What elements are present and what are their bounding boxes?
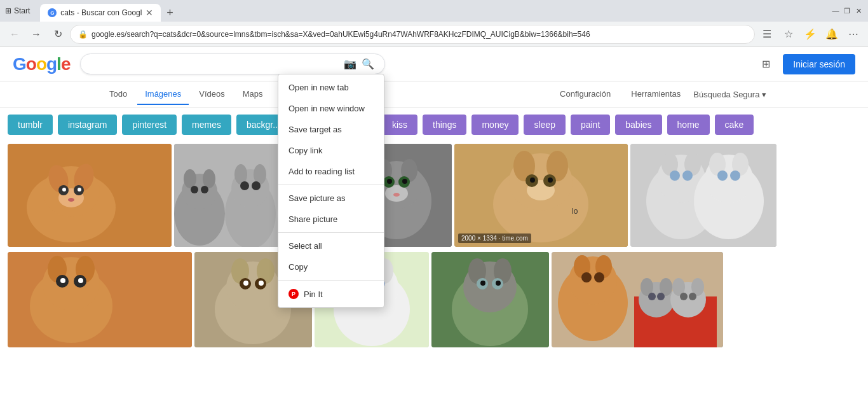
back-button[interactable]: ← xyxy=(5,25,24,44)
pill-money[interactable]: money xyxy=(471,115,519,135)
svg-point-17 xyxy=(201,186,208,193)
svg-text:lo: lo xyxy=(572,207,578,216)
svg-point-8 xyxy=(62,188,66,192)
image-4-label: 2000 × 1334 · time.com xyxy=(458,233,531,243)
context-menu-item-open-new-tab[interactable]: Open in new tab xyxy=(278,77,384,98)
nav-item-maps[interactable]: Maps xyxy=(235,84,271,105)
forward-button[interactable]: → xyxy=(27,25,46,44)
search-box[interactable]: cats 📷 🔍 xyxy=(80,53,385,74)
more-button[interactable]: ⋯ xyxy=(844,25,863,44)
pill-pinterest[interactable]: pinterest xyxy=(122,115,177,135)
context-menu: Open in new tab Open in new window Save … xyxy=(278,74,384,308)
svg-point-39 xyxy=(402,179,407,184)
svg-point-72 xyxy=(60,278,65,283)
svg-point-40 xyxy=(393,193,400,197)
cat-image-10-svg xyxy=(552,252,723,347)
search-icon[interactable]: 🔍 xyxy=(362,58,374,70)
nav-item-herramientas[interactable]: Herramientas xyxy=(623,84,688,105)
pill-things[interactable]: things xyxy=(423,115,466,135)
nav-item-videos[interactable]: Vídeos xyxy=(191,84,232,105)
context-menu-item-add-reading-list[interactable]: Add to reading list xyxy=(278,161,384,182)
nav-item-configuracion[interactable]: Configuración xyxy=(552,84,618,105)
google-header: Google cats 📷 🔍 ⊞ Iniciar sesión xyxy=(0,47,868,81)
context-menu-divider-3 xyxy=(278,280,384,281)
cat-image-10[interactable] xyxy=(552,252,723,347)
svg-point-100 xyxy=(496,281,501,286)
cat-image-6[interactable] xyxy=(8,252,192,347)
context-menu-item-copy[interactable]: Copy xyxy=(278,256,384,277)
cat-image-4[interactable]: lo 2000 × 1334 · time.com xyxy=(454,144,628,247)
svg-point-50 xyxy=(548,178,553,183)
svg-point-106 xyxy=(648,293,656,300)
svg-point-99 xyxy=(480,281,485,286)
close-button[interactable]: ✕ xyxy=(854,6,863,15)
pill-paint[interactable]: paint xyxy=(571,115,610,135)
context-menu-item-save-picture[interactable]: Save picture as xyxy=(278,188,384,209)
titlebar: ⊞ Start G cats - Buscar con Googl ✕ + — … xyxy=(0,0,868,22)
busqueda-segura[interactable]: Búsqueda Segura ▾ xyxy=(693,90,766,99)
security-icon: 🔒 xyxy=(78,30,88,39)
addressbar: ← → ↻ 🔒 google.es/search?q=cats&dcr=0&so… xyxy=(0,22,868,47)
cat-image-9-svg xyxy=(431,252,549,347)
pill-memes[interactable]: memes xyxy=(182,115,231,135)
pinterest-icon: P xyxy=(288,289,299,299)
context-menu-item-save-target[interactable]: Save target as xyxy=(278,119,384,140)
svg-point-63 xyxy=(717,171,728,181)
url-bar[interactable]: 🔒 google.es/search?q=cats&dcr=0&source=l… xyxy=(70,25,755,44)
context-menu-item-select-all[interactable]: Select all xyxy=(278,235,384,256)
minimize-button[interactable]: — xyxy=(831,6,840,15)
cat-image-1[interactable] xyxy=(8,144,172,247)
tab-title: cats - Buscar con Googl xyxy=(60,8,142,17)
pill-babies[interactable]: babies xyxy=(615,115,661,135)
settings-button[interactable]: ⚡ xyxy=(801,25,820,44)
active-tab[interactable]: G cats - Buscar con Googl ✕ xyxy=(40,4,161,22)
svg-point-57 xyxy=(670,171,680,181)
pill-home[interactable]: home xyxy=(667,115,710,135)
svg-point-81 xyxy=(243,281,248,286)
start-button[interactable]: ⊞ Start xyxy=(5,6,30,15)
context-menu-item-open-new-window[interactable]: Open in new window xyxy=(278,98,384,119)
pill-sleep[interactable]: sleep xyxy=(524,115,565,135)
svg-point-111 xyxy=(680,293,688,300)
tab-close-button[interactable]: ✕ xyxy=(146,8,153,18)
nav-item-imagenes[interactable]: Imágenes xyxy=(137,84,189,105)
nav-right: Configuración Herramientas Búsqueda Segu… xyxy=(552,84,766,105)
svg-point-22 xyxy=(240,181,249,190)
tabs-area: G cats - Buscar con Googl ✕ + xyxy=(40,0,831,22)
signin-button[interactable]: Iniciar sesión xyxy=(783,54,855,74)
notification-button[interactable]: 🔔 xyxy=(822,25,841,44)
category-row: tumblr instagram pinterest memes backgr.… xyxy=(0,108,868,141)
search-input[interactable]: cats xyxy=(91,59,339,70)
camera-search-icon[interactable]: 📷 xyxy=(344,58,356,70)
context-menu-item-share-picture[interactable]: Share picture xyxy=(278,209,384,230)
cat-image-6-svg xyxy=(8,252,192,347)
google-nav: Todo Imágenes Vídeos Maps Configuración … xyxy=(0,81,868,108)
svg-point-14 xyxy=(184,169,196,188)
toolbar-right: ☰ ☆ ⚡ 🔔 ⋯ xyxy=(757,25,863,44)
svg-point-49 xyxy=(530,178,535,183)
svg-point-112 xyxy=(689,293,696,300)
maximize-button[interactable]: ❐ xyxy=(843,6,851,15)
pill-kiss[interactable]: kiss xyxy=(382,115,417,135)
refresh-button[interactable]: ↻ xyxy=(48,25,67,44)
url-text: google.es/search?q=cats&dcr=0&source=lmn… xyxy=(92,30,747,39)
pill-instagram[interactable]: instagram xyxy=(58,115,117,135)
new-tab-button[interactable]: + xyxy=(161,4,179,22)
reader-mode-button[interactable]: ☰ xyxy=(757,25,776,44)
google-apps-button[interactable]: ⊞ xyxy=(756,55,775,74)
cat-image-5-svg xyxy=(630,144,776,247)
cat-image-9[interactable] xyxy=(431,252,549,347)
page-content: Google cats 📷 🔍 ⊞ Iniciar sesión Todo Im… xyxy=(0,47,868,397)
cat-image-5[interactable] xyxy=(630,144,776,247)
context-menu-item-copy-link[interactable]: Copy link xyxy=(278,140,384,161)
svg-point-23 xyxy=(252,181,261,190)
context-menu-item-pin-it[interactable]: P Pin It xyxy=(278,283,384,305)
nav-item-todo[interactable]: Todo xyxy=(102,84,135,105)
image-row-2 xyxy=(0,249,868,350)
svg-point-16 xyxy=(191,186,198,193)
bookmark-button[interactable]: ☆ xyxy=(779,25,798,44)
google-logo: Google xyxy=(13,54,70,74)
pill-cake[interactable]: cake xyxy=(715,115,754,135)
pill-tumblr[interactable]: tumblr xyxy=(8,115,53,135)
context-menu-divider-1 xyxy=(278,185,384,185)
